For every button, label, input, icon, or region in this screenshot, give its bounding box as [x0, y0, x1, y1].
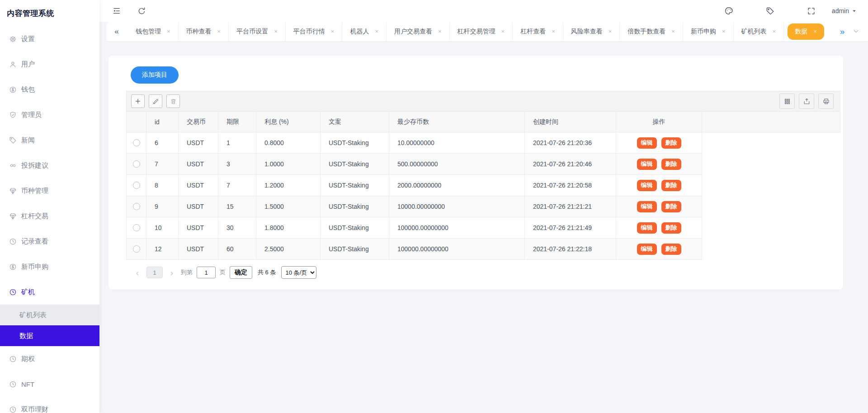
close-tab-icon[interactable]: ×	[501, 28, 505, 35]
sidebar-item-1[interactable]: 用户	[0, 52, 99, 77]
delete-button[interactable]: 删除	[661, 222, 681, 234]
row-radio[interactable]	[133, 245, 140, 253]
sidebar-item-label: 投拆建议	[21, 161, 48, 170]
table-toolbar-right	[779, 94, 834, 109]
app-title: 内容管理系统	[0, 0, 99, 26]
theme-palette-button[interactable]	[724, 6, 733, 15]
refresh-button[interactable]	[137, 7, 146, 15]
tab-6[interactable]: 杠杆交易管理×	[450, 22, 513, 41]
sidebar-item-9[interactable]: 新币申购	[0, 254, 99, 279]
edit-button[interactable]: 编辑	[637, 222, 657, 234]
cell-created: 2021-07-26 21:21:49	[525, 217, 616, 238]
sidebar-item-5[interactable]: 投拆建议	[0, 153, 99, 178]
sidebar-item-12[interactable]: NFT	[0, 371, 99, 397]
sidebar-item-4[interactable]: 新闻	[0, 127, 99, 153]
cell-rate: 1.8000	[256, 217, 321, 238]
page-number-button[interactable]: 1	[146, 267, 163, 278]
fullscreen-button[interactable]	[807, 7, 816, 15]
row-radio[interactable]	[133, 182, 140, 189]
page-size-select[interactable]: 10 条/页	[281, 266, 316, 279]
row-radio[interactable]	[133, 139, 140, 146]
sidebar-item-7[interactable]: 杠杆交易	[0, 203, 99, 229]
columns-setting-button[interactable]	[779, 94, 795, 109]
close-tab-icon[interactable]: ×	[167, 28, 170, 35]
delete-row-button[interactable]	[166, 94, 180, 108]
tab-1[interactable]: 币种查看×	[179, 22, 229, 41]
tab-11[interactable]: 矿机列表×	[734, 22, 784, 41]
edit-button[interactable]: 编辑	[637, 159, 657, 170]
user-menu[interactable]: admin	[832, 7, 857, 14]
add-project-button[interactable]: 添加项目	[131, 66, 179, 84]
tags-toggle-button[interactable]	[766, 7, 774, 15]
sidebar-item-13[interactable]: 双币理财	[0, 397, 99, 413]
delete-button[interactable]: 删除	[661, 159, 681, 170]
delete-button[interactable]: 删除	[661, 244, 681, 255]
edit-row-button[interactable]	[149, 94, 162, 108]
tab-0[interactable]: 钱包管理×	[128, 22, 179, 41]
tab-7[interactable]: 杠杆查看×	[513, 22, 563, 41]
close-tab-icon[interactable]: ×	[552, 28, 555, 35]
prev-page-button[interactable]: ‹	[132, 268, 142, 277]
edit-button[interactable]: 编辑	[637, 244, 657, 255]
next-page-button[interactable]: ›	[167, 268, 177, 277]
tab-2[interactable]: 平台币设置×	[229, 22, 286, 41]
tab-10[interactable]: 新币申购×	[683, 22, 734, 41]
edit-button[interactable]: 编辑	[637, 137, 657, 149]
close-tab-icon[interactable]: ×	[274, 28, 278, 35]
tab-3[interactable]: 平台币行情×	[286, 22, 343, 41]
add-row-button[interactable]	[131, 94, 145, 108]
row-select-cell	[127, 175, 146, 196]
row-radio[interactable]	[133, 224, 140, 231]
tab-9[interactable]: 倍数手数查看×	[620, 22, 683, 41]
edit-button[interactable]: 编辑	[637, 180, 657, 191]
edit-button[interactable]: 编辑	[637, 201, 657, 212]
close-tab-icon[interactable]: ×	[438, 28, 442, 35]
close-tab-icon[interactable]: ×	[609, 28, 612, 35]
cell-created: 2021-07-26 21:20:46	[525, 154, 616, 174]
tabs-scroll-left-button[interactable]: «	[110, 25, 123, 38]
tab-12[interactable]: 数据×	[788, 23, 824, 40]
close-tab-icon[interactable]: ×	[813, 28, 817, 35]
topbar-right: admin	[724, 6, 857, 15]
sidebar-item-3[interactable]: 管理员	[0, 102, 99, 127]
close-tab-icon[interactable]: ×	[722, 28, 726, 35]
sidebar-item-10[interactable]: 矿机	[0, 279, 99, 305]
close-tab-icon[interactable]: ×	[671, 28, 675, 35]
tabs-menu-button[interactable]	[849, 25, 863, 38]
tab-4[interactable]: 机器人×	[342, 22, 387, 41]
caret-down-icon	[852, 9, 857, 14]
tab-5[interactable]: 用户交易查看×	[387, 22, 450, 41]
clock-icon	[9, 238, 17, 245]
tabs-scroll-right-button[interactable]: »	[835, 25, 849, 38]
tabs: 钱包管理×币种查看×平台币设置×平台币行情×机器人×用户交易查看×杠杆交易管理×…	[128, 22, 833, 41]
delete-button[interactable]: 删除	[661, 137, 681, 149]
tab-8[interactable]: 风险率查看×	[563, 22, 620, 41]
row-select-cell	[127, 239, 146, 259]
close-tab-icon[interactable]: ×	[217, 28, 221, 35]
confirm-page-button[interactable]: 确定	[230, 266, 252, 279]
delete-button[interactable]: 删除	[661, 201, 681, 212]
close-tab-icon[interactable]: ×	[375, 28, 378, 35]
sidebar-subitem-10-1[interactable]: 数据	[0, 325, 99, 346]
sidebar-item-0[interactable]: 设置	[0, 26, 99, 52]
row-radio[interactable]	[133, 160, 140, 168]
print-button[interactable]	[818, 94, 834, 109]
menu-fold-button[interactable]	[112, 6, 121, 15]
goto-label: 到第	[181, 268, 193, 277]
goto-page-input[interactable]	[197, 267, 216, 278]
cell-text: USDT-Staking	[321, 132, 389, 153]
close-tab-icon[interactable]: ×	[773, 28, 776, 35]
cell-actions: 编辑删除	[616, 239, 702, 259]
close-tab-icon[interactable]: ×	[331, 28, 335, 35]
sidebar-item-2[interactable]: 钱包	[0, 77, 99, 102]
sidebar-subitem-10-0[interactable]: 矿机列表	[0, 305, 99, 325]
sidebar-item-6[interactable]: 币种管理	[0, 178, 99, 203]
export-button[interactable]	[799, 94, 814, 109]
sidebar-item-11[interactable]: 期权	[0, 346, 99, 371]
row-radio[interactable]	[133, 203, 140, 210]
refresh-icon	[137, 7, 146, 15]
delete-button[interactable]: 删除	[661, 180, 681, 191]
cell-text: USDT-Staking	[321, 239, 389, 259]
sidebar-item-label: 矿机	[21, 288, 35, 296]
sidebar-item-8[interactable]: 记录查看	[0, 229, 99, 254]
